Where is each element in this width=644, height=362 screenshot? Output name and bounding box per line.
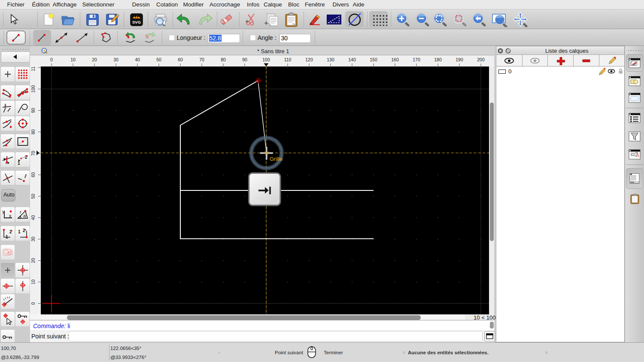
svg-text:x: x [9, 213, 12, 218]
svg-text:80: 80 [30, 130, 36, 135]
svg-text:SVG: SVG [132, 20, 141, 24]
svg-text:100: 100 [30, 85, 36, 93]
svg-text:50: 50 [30, 194, 36, 199]
svg-text:y: y [2, 209, 5, 214]
svg-text:160: 160 [391, 57, 399, 62]
svg-text:20: 20 [30, 258, 36, 263]
svg-text:20: 20 [92, 57, 97, 62]
svg-text:1: 1 [18, 229, 21, 234]
svg-text:150: 150 [370, 57, 377, 62]
svg-text:200: 200 [477, 57, 485, 62]
svg-text:70: 70 [199, 57, 204, 62]
svg-text:90: 90 [242, 57, 247, 62]
svg-text:40: 40 [30, 215, 36, 220]
svg-text:180: 180 [434, 57, 442, 62]
svg-text:r: r [20, 209, 21, 214]
svg-text:a: a [23, 213, 26, 218]
svg-text:140: 140 [348, 57, 356, 62]
svg-text:0: 0 [30, 302, 36, 305]
svg-text:30: 30 [30, 237, 36, 242]
svg-text:70: 70 [30, 151, 36, 156]
svg-text:1: 1 [18, 161, 20, 166]
svg-text:100: 100 [262, 57, 270, 62]
svg-text:110: 110 [284, 57, 292, 62]
svg-text:40: 40 [135, 57, 140, 62]
svg-text:120: 120 [305, 57, 313, 62]
svg-text:1: 1 [6, 235, 8, 239]
svg-text:30: 30 [113, 57, 118, 62]
svg-text:60: 60 [178, 57, 183, 62]
svg-text:80: 80 [221, 57, 226, 62]
svg-text:50: 50 [156, 57, 161, 62]
svg-text:110: 110 [30, 66, 36, 71]
svg-text:10: 10 [70, 57, 76, 62]
svg-text:0: 0 [50, 57, 53, 62]
svg-text:170: 170 [413, 57, 420, 62]
svg-text:130: 130 [327, 57, 334, 62]
svg-text:Grille: Grille [270, 156, 283, 162]
svg-text:10: 10 [30, 280, 36, 285]
svg-text:90: 90 [30, 108, 36, 113]
svg-text:60: 60 [30, 172, 36, 178]
svg-text:190: 190 [456, 57, 463, 62]
